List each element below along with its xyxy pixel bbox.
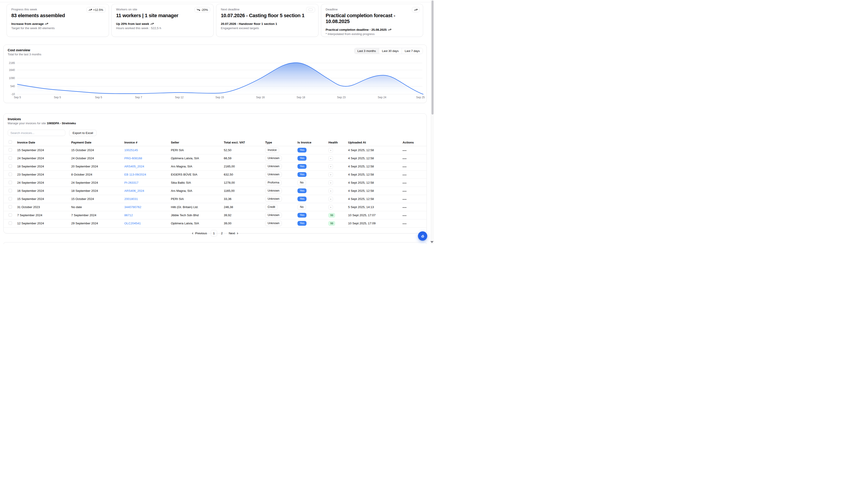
header-divider <box>0 2 431 2</box>
y-axis-tick: 1090 <box>4 76 15 80</box>
row-checkbox[interactable] <box>8 164 12 168</box>
cell-seller: Jibble Tech Sdn Bhd <box>171 214 224 217</box>
cell-seller: Ars Magna, SIA <box>171 189 224 193</box>
cell-seller: Ars Magna, SIA <box>171 165 224 168</box>
search-input[interactable] <box>8 130 65 136</box>
is-invoice-badge: Yes <box>298 156 307 161</box>
row-actions-menu-icon[interactable] <box>403 215 406 216</box>
next-page-button[interactable]: Next <box>229 232 239 235</box>
trend-badge-value: -20% <box>201 8 208 11</box>
cell-total-excl-vat: 39,92 <box>224 214 265 217</box>
health-badge: - <box>329 156 333 161</box>
invoice-table-row: 24 September 2024 24 September 2024 PI-2… <box>4 179 427 187</box>
health-badge: - <box>329 197 333 201</box>
row-checkbox[interactable] <box>8 173 12 176</box>
x-axis-tick: Sep 24 <box>374 96 390 99</box>
page-number-2[interactable]: 2 <box>219 230 225 236</box>
invoice-number-link[interactable]: 86712 <box>124 214 133 217</box>
stat-card-subtitle-text: Increase from average <box>11 22 43 26</box>
cell-invoice-date: 24 September 2024 <box>17 157 71 160</box>
row-actions-menu-icon[interactable] <box>403 183 406 184</box>
health-badge: - <box>329 172 333 177</box>
invoice-number-link[interactable]: ARS405_2024 <box>124 165 144 168</box>
cell-payment-date: 24 September 2024 <box>71 181 124 184</box>
row-checkbox[interactable] <box>8 181 12 184</box>
cell-invoice-date: 16 September 2024 <box>17 189 71 193</box>
cell-payment-date: 24 October 2024 <box>71 157 124 160</box>
select-all-checkbox[interactable] <box>8 140 12 144</box>
cell-total-excl-vat: 52,50 <box>224 149 265 152</box>
row-actions-menu-icon[interactable] <box>403 199 406 200</box>
stat-card: Workers on site -20% 11 workers | 1 site… <box>112 4 214 37</box>
stat-card-subtitle-text: Up 20% from last week <box>116 22 149 26</box>
stat-card: Deadline Practical completion forecast -… <box>321 4 423 37</box>
x-axis-tick: Sep 5 <box>91 96 106 99</box>
cell-invoice-date: 18 September 2024 <box>17 165 71 168</box>
type-badge: Unknown <box>265 172 282 177</box>
x-axis-tick: Sep 5 <box>9 96 25 99</box>
invoice-table-header: Invoice DatePayment DateInvoice #SellerT… <box>4 139 427 146</box>
cell-total-excl-vat: 1165,00 <box>224 189 265 193</box>
is-invoice-badge: Yes <box>298 213 307 218</box>
row-actions-menu-icon[interactable] <box>403 191 406 192</box>
row-checkbox[interactable] <box>8 148 12 152</box>
is-invoice-badge: Yes <box>298 164 307 169</box>
row-checkbox[interactable] <box>8 205 12 208</box>
row-checkbox[interactable] <box>8 213 12 217</box>
invoice-table-row: 18 September 2024 20 September 2024 ARS4… <box>4 162 427 170</box>
cell-invoice-date: 23 September 2024 <box>17 173 71 176</box>
row-actions-menu-icon[interactable] <box>403 207 406 208</box>
x-axis-tick: Sep 7 <box>131 96 147 99</box>
invoice-number-link[interactable]: EB 113-09/2024 <box>124 173 146 176</box>
x-axis-tick: Sep 15 <box>212 96 228 99</box>
invoice-number-link[interactable]: 20018031 <box>124 197 138 201</box>
row-actions-menu-icon[interactable] <box>403 174 406 175</box>
cell-total-excl-vat: 2165,00 <box>224 165 265 168</box>
cell-seller: Hilti (Gt. Britain) Ltd. <box>171 205 224 209</box>
export-to-excel-button[interactable]: Export to Excel <box>69 130 96 136</box>
invoice-number-link[interactable]: PI-263317 <box>124 181 138 184</box>
area-fill <box>18 63 423 94</box>
invoice-number-link[interactable]: PRG-608168 <box>124 157 142 160</box>
stat-card-subtitle-text: Practical completion deadline - 25.08.20… <box>326 28 387 31</box>
trend-badge <box>306 7 315 12</box>
page-number-1[interactable]: 1 <box>211 230 217 236</box>
cell-uploaded-at: 4 Sept 2025, 12:58 <box>348 157 403 160</box>
invoice-number-link[interactable]: 10025145 <box>124 149 138 152</box>
invoice-number-link[interactable]: ARS406_2024 <box>124 189 144 193</box>
type-badge: Invoice <box>265 148 279 153</box>
column-header-invoice-: Invoice # <box>124 141 171 144</box>
is-invoice-badge: No <box>298 180 306 185</box>
cell-total-excl-vat: 39,00 <box>224 222 265 225</box>
stat-card-label: Next deadline <box>221 8 314 11</box>
cell-uploaded-at: 5 Sept 2025, 14:13 <box>348 205 403 209</box>
row-actions-menu-icon[interactable] <box>403 150 406 151</box>
row-checkbox[interactable] <box>8 197 12 200</box>
stat-card-value: 83 elements assembled <box>11 13 104 19</box>
trending-up-icon <box>89 8 92 11</box>
x-axis-tick: Sep 25 <box>412 96 428 99</box>
stat-card-footer: Target for the week 80 elements <box>11 26 104 30</box>
assistant-fab-button[interactable] <box>418 231 427 240</box>
row-checkbox[interactable] <box>8 221 12 225</box>
scroll-down-arrow[interactable] <box>430 241 434 243</box>
invoice-number-link[interactable]: OLC204541 <box>124 222 141 225</box>
column-header-type: Type <box>265 141 298 144</box>
previous-page-button[interactable]: Previous <box>191 232 207 235</box>
cell-payment-date: 20 September 2024 <box>71 165 124 168</box>
trending-down-icon <box>197 8 200 11</box>
cell-payment-date: 15 October 2024 <box>71 197 124 201</box>
invoice-number-link[interactable]: 3440780762 <box>124 205 141 209</box>
cell-uploaded-at: 10 Sept 2025, 17:09 <box>348 222 403 225</box>
is-invoice-badge: Yes <box>298 148 307 153</box>
cell-uploaded-at: 4 Sept 2025, 12:58 <box>348 189 403 193</box>
scrollbar-thumb[interactable] <box>432 0 434 115</box>
row-actions-menu-icon[interactable] <box>403 166 406 167</box>
row-checkbox[interactable] <box>8 189 12 192</box>
row-actions-menu-icon[interactable] <box>403 223 406 224</box>
cell-invoice-date: 15 September 2024 <box>17 197 71 201</box>
row-checkbox[interactable] <box>8 156 12 160</box>
cost-overview-section: Cost overview Total for the last 3 month… <box>3 44 427 103</box>
column-header-total-excl-vat: Total excl. VAT <box>224 141 265 144</box>
row-actions-menu-icon[interactable] <box>403 158 406 159</box>
